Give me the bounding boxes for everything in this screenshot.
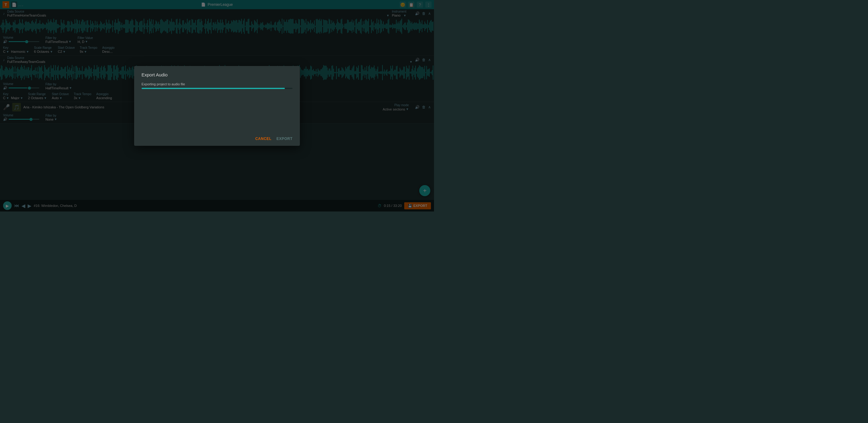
modal-progress-bar-bg [142, 88, 292, 89]
modal-actions: CANCEL EXPORT [142, 137, 292, 141]
modal-progress-label: Exporting project to audio file [142, 82, 292, 86]
modal-cancel-button[interactable]: CANCEL [255, 137, 272, 141]
modal-progress-bar-fill [142, 88, 285, 89]
modal-export-button[interactable]: EXPORT [277, 137, 292, 141]
modal-overlay: Export Audio Exporting project to audio … [0, 0, 434, 212]
modal-title: Export Audio [142, 72, 292, 78]
export-audio-modal: Export Audio Exporting project to audio … [134, 66, 300, 146]
